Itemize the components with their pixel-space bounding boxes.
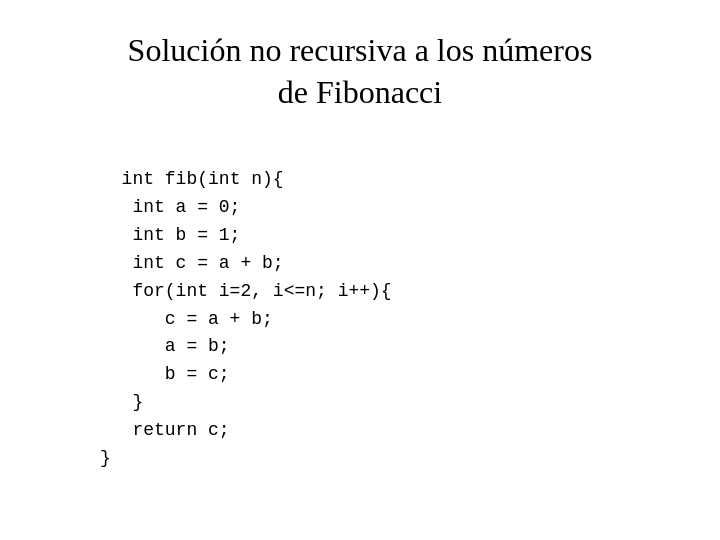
title-line1: Solución no recursiva a los números	[128, 32, 593, 68]
code-line-3: int b = 1;	[100, 225, 240, 245]
code-line-1: int fib(int n){	[122, 169, 284, 189]
code-line-11: }	[100, 448, 111, 468]
code-line-9: }	[100, 392, 143, 412]
title-line2: de Fibonacci	[278, 74, 442, 110]
code-line-7: a = b;	[100, 336, 230, 356]
code-block: int fib(int n){ int a = 0; int b = 1; in…	[100, 138, 392, 473]
code-line-2: int a = 0;	[100, 197, 240, 217]
code-line-10: return c;	[100, 420, 230, 440]
code-line-6: c = a + b;	[100, 309, 273, 329]
code-line-4: int c = a + b;	[100, 253, 284, 273]
slide-title: Solución no recursiva a los números de F…	[128, 30, 593, 113]
code-line-8: b = c;	[100, 364, 230, 384]
code-line-5: for(int i=2, i<=n; i++){	[100, 281, 392, 301]
